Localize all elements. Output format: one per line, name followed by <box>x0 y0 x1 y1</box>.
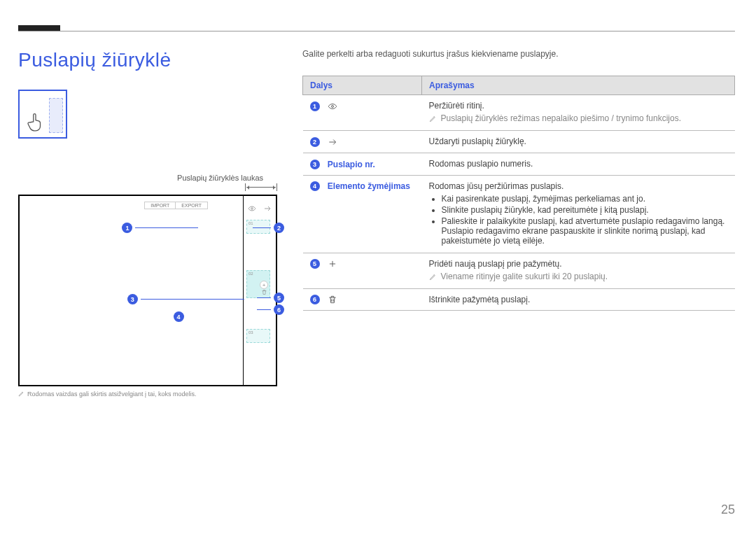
callout-6: 6 <box>257 304 284 315</box>
page-title: Puslapių žiūryklė <box>18 49 277 71</box>
row-number: 2 <box>310 137 320 147</box>
desc-bullets: Kai pasirenkate puslapį, žymėjimas perke… <box>429 194 728 246</box>
trash-icon <box>328 295 337 304</box>
page-thumb-3: 03 <box>246 329 270 343</box>
bullet: Slinkite puslapių žiūrykle, kad pereitum… <box>442 205 728 215</box>
app-header-buttons: IMPORT EXPORT <box>144 202 208 209</box>
callout-5: 5 <box>257 293 284 303</box>
header-parts: Dalys <box>303 76 422 95</box>
row-number: 6 <box>310 295 320 304</box>
table-row: 2 Uždaryti puslapių žiūryklę. <box>303 131 735 153</box>
gesture-illustration <box>18 90 67 139</box>
gesture-panel <box>49 98 63 133</box>
callout-1: 1 <box>122 223 198 233</box>
eye-icon <box>328 101 337 111</box>
row-number: 1 <box>310 101 320 111</box>
table-row: 5 Pridėti naują puslapį prie pažymėtų. V… <box>303 253 735 288</box>
table-row: 4 Elemento žymėjimas Rodomas jūsų peržiū… <box>303 175 735 253</box>
desc-text: Pridėti naują puslapį prie pažymėtų. <box>429 259 728 269</box>
export-label: EXPORT <box>175 202 207 209</box>
right-column: Galite perkelti arba redaguoti sukurtus … <box>302 49 735 534</box>
table-row: 6 Ištrinkite pažymėtą puslapį. <box>303 288 735 311</box>
svg-point-1 <box>331 105 333 107</box>
note: Viename ritinyje galite sukurti iki 20 p… <box>429 272 728 283</box>
intro-text: Galite perkelti arba redaguoti sukurtus … <box>302 49 735 59</box>
gesture-caption: Puslapių žiūryklės laukas <box>18 174 277 182</box>
table-row: 3 Puslapio nr. Rodomas puslapio numeris. <box>303 153 735 175</box>
eye-icon <box>248 203 256 216</box>
desc-text: Rodomas puslapio numeris. <box>429 159 728 169</box>
callout-2: 2 <box>253 223 284 233</box>
desc-text: Peržiūrėti ritinį. <box>429 101 728 111</box>
pen-icon <box>429 113 437 125</box>
plus-icon <box>328 259 337 269</box>
width-indicator <box>18 183 277 193</box>
screenshot-diagram: IMPORT EXPORT 01 02 + <box>18 195 277 386</box>
callout-3: 3 <box>127 294 244 304</box>
arrow-right-icon <box>263 203 272 216</box>
row-number: 4 <box>310 181 320 191</box>
panel-top-icons <box>244 203 276 216</box>
row-label: Puslapio nr. <box>328 160 375 169</box>
desc-text: Rodomas jūsų peržiūrimas puslapis. <box>429 181 728 191</box>
arrow-right-icon <box>328 137 337 147</box>
pen-icon <box>429 272 437 283</box>
row-label: Elemento žymėjimas <box>328 181 410 191</box>
row-number: 5 <box>310 259 320 269</box>
page-content: Puslapių žiūryklė Puslapių žiūryklės lau… <box>18 49 735 534</box>
header-rule <box>18 31 735 31</box>
pen-icon <box>18 391 24 398</box>
footnote-left: Rodomas vaizdas gali skirtis atsižvelgia… <box>18 391 277 398</box>
left-column: Puslapių žiūryklė Puslapių žiūryklės lau… <box>18 49 277 534</box>
desc-text: Ištrinkite pažymėtą puslapį. <box>429 295 728 304</box>
import-label: IMPORT <box>145 202 175 209</box>
table-row: 1 Peržiūrėti ritinį. Puslapių žiūryklės … <box>303 95 735 131</box>
hand-tap-icon <box>27 111 45 134</box>
callout-4: 4 <box>174 311 184 322</box>
row-number: 3 <box>310 160 320 169</box>
desc-text: Uždaryti puslapių žiūryklę. <box>429 136 728 146</box>
svg-point-0 <box>251 208 253 210</box>
bullet: Palieskite ir palaikykite puslapį, kad a… <box>442 216 728 246</box>
note: Puslapių žiūryklės režimas nepalaiko pie… <box>429 113 728 125</box>
page-number: 25 <box>721 503 735 517</box>
bullet: Kai pasirenkate puslapį, žymėjimas perke… <box>442 194 728 204</box>
parts-table: Dalys Aprašymas 1 Peržiūrėti ritinį. <box>302 76 735 311</box>
header-description: Aprašymas <box>422 76 735 95</box>
